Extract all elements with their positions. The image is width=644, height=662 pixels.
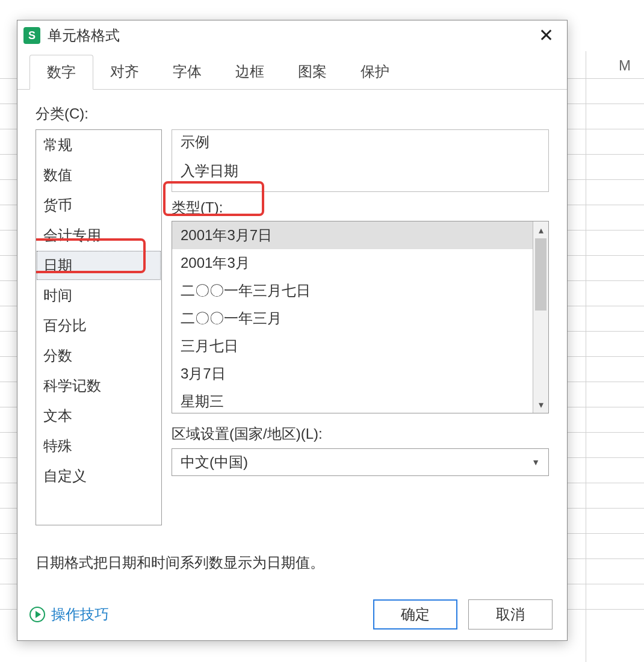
dialog-title: 单元格格式 bbox=[48, 26, 534, 45]
tips-link[interactable]: 操作技巧 bbox=[29, 605, 109, 624]
scroll-thumb[interactable] bbox=[535, 238, 546, 311]
right-pane: 示例 入学日期 类型(T): 2001年3月7日2001年3月二〇〇一年三月七日… bbox=[172, 129, 549, 525]
category-item[interactable]: 常规 bbox=[36, 130, 161, 160]
example-value: 入学日期 bbox=[181, 161, 540, 181]
category-item[interactable]: 货币 bbox=[36, 190, 161, 220]
column-header-m: M bbox=[619, 57, 631, 74]
ok-button[interactable]: 确定 bbox=[373, 599, 457, 630]
tab-0[interactable]: 数字 bbox=[29, 55, 93, 90]
description-text: 日期格式把日期和时间系列数显示为日期值。 bbox=[36, 553, 549, 572]
example-label: 示例 bbox=[181, 132, 540, 152]
category-item[interactable]: 会计专用 bbox=[36, 220, 161, 250]
type-item[interactable]: 二〇〇一年三月七日 bbox=[172, 277, 533, 305]
category-list[interactable]: 常规数值货币会计专用日期时间百分比分数科学记数文本特殊自定义 bbox=[36, 129, 162, 525]
category-item[interactable]: 特殊 bbox=[36, 431, 161, 461]
category-item[interactable]: 科学记数 bbox=[36, 371, 161, 401]
cell-format-dialog: S 单元格格式 ✕ 数字对齐字体边框图案保护 分类(C): 常规数值货币会计专用… bbox=[17, 20, 568, 641]
category-item[interactable]: 数值 bbox=[36, 160, 161, 190]
tab-1[interactable]: 对齐 bbox=[93, 55, 156, 90]
type-item[interactable]: 3月7日 bbox=[172, 360, 533, 388]
close-icon[interactable]: ✕ bbox=[534, 24, 559, 47]
example-box: 示例 入学日期 bbox=[172, 129, 549, 192]
category-item[interactable]: 文本 bbox=[36, 401, 161, 431]
tab-3[interactable]: 边框 bbox=[218, 55, 281, 90]
app-icon: S bbox=[23, 27, 40, 44]
category-item[interactable]: 自定义 bbox=[36, 461, 161, 491]
category-item[interactable]: 百分比 bbox=[36, 311, 161, 341]
dialog-body: 分类(C): 常规数值货币会计专用日期时间百分比分数科学记数文本特殊自定义 示例… bbox=[17, 90, 567, 525]
tips-label: 操作技巧 bbox=[51, 605, 109, 624]
tab-2[interactable]: 字体 bbox=[156, 55, 218, 90]
play-icon bbox=[29, 607, 45, 622]
cancel-button[interactable]: 取消 bbox=[468, 599, 553, 630]
locale-label: 区域设置(国家/地区)(L): bbox=[172, 424, 549, 444]
category-label: 分类(C): bbox=[36, 104, 549, 123]
tab-5[interactable]: 保护 bbox=[344, 55, 406, 90]
type-item[interactable]: 2001年3月 bbox=[172, 249, 533, 277]
tab-bar: 数字对齐字体边框图案保护 bbox=[17, 54, 567, 90]
scroll-up-icon[interactable]: ▴ bbox=[533, 221, 548, 238]
type-item[interactable]: 星期三 bbox=[172, 388, 533, 413]
locale-select[interactable]: 中文(中国) ▼ bbox=[172, 448, 549, 476]
titlebar[interactable]: S 单元格格式 ✕ bbox=[17, 20, 567, 51]
type-item[interactable]: 2001年3月7日 bbox=[172, 221, 533, 249]
scrollbar[interactable]: ▴ ▾ bbox=[533, 221, 548, 413]
dialog-footer: 操作技巧 确定 取消 bbox=[29, 599, 553, 630]
type-list[interactable]: 2001年3月7日2001年3月二〇〇一年三月七日二〇〇一年三月三月七日3月7日… bbox=[172, 221, 549, 413]
tab-4[interactable]: 图案 bbox=[281, 55, 344, 90]
category-item[interactable]: 分数 bbox=[36, 341, 161, 371]
category-item[interactable]: 时间 bbox=[36, 280, 161, 311]
type-item[interactable]: 二〇〇一年三月 bbox=[172, 305, 533, 332]
locale-value: 中文(中国) bbox=[181, 453, 248, 472]
type-label: 类型(T): bbox=[172, 198, 549, 217]
category-item[interactable]: 日期 bbox=[36, 250, 161, 280]
type-item[interactable]: 三月七日 bbox=[172, 332, 533, 360]
chevron-down-icon: ▼ bbox=[531, 457, 540, 467]
scroll-down-icon[interactable]: ▾ bbox=[533, 396, 548, 413]
